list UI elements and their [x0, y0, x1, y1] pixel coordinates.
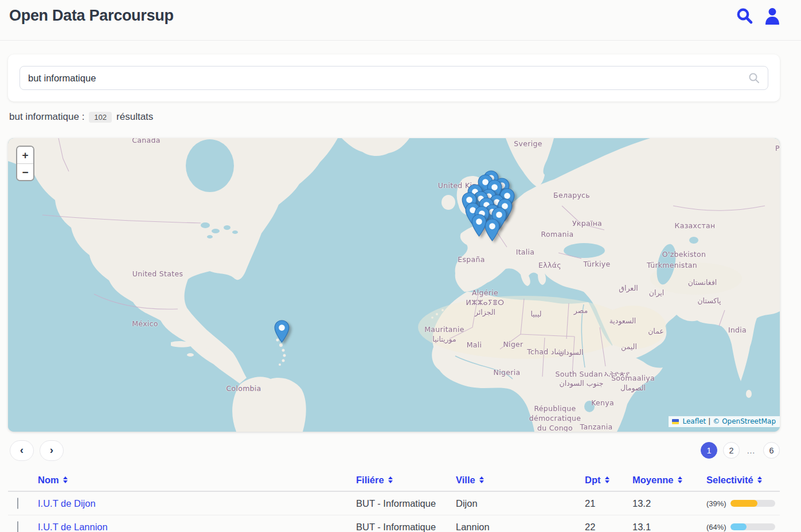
sort-icon [479, 476, 484, 483]
sort-icon [388, 476, 393, 483]
results-query: but informatique : [9, 111, 84, 123]
selectivity-bar [730, 523, 775, 530]
table-header-row: Nom Filiére Ville Dpt Moyenne Selectivit… [8, 469, 780, 492]
cell-filiere: BUT - Informatique [356, 522, 456, 532]
selectivity-bar-fill [730, 500, 758, 507]
map-tiles [8, 138, 780, 432]
page-button-2[interactable]: 2 [723, 442, 740, 459]
sort-icon [757, 476, 762, 483]
page-title: Open Data Parcoursup [9, 7, 174, 25]
page-button-6[interactable]: 6 [763, 442, 780, 459]
cell-moyenne: 13.2 [632, 498, 706, 509]
cell-selectivite: (64%) [706, 523, 780, 531]
leaflet-map[interactable]: CanadaUnited StatesMéxicoColombiaUnited … [8, 138, 780, 432]
cell-selectivite: (39%) [706, 499, 780, 508]
results-summary: but informatique : 102 résultats [9, 111, 153, 123]
prev-page-button[interactable]: ‹ [10, 440, 34, 461]
cell-moyenne: 13.1 [632, 522, 706, 532]
results-suffix: résultats [116, 111, 153, 123]
map-zoom-control: + − [16, 146, 34, 181]
ukraine-flag-icon [672, 419, 679, 424]
table-body: I.U.T de Dijon BUT - Informatique Dijon … [8, 492, 780, 532]
sort-icon [678, 476, 682, 483]
sort-icon [63, 476, 68, 483]
cell-ville: Lannion [456, 522, 585, 532]
map-marker[interactable] [484, 218, 500, 241]
zoom-in-button[interactable]: + [17, 147, 33, 163]
page-ellipsis: … [745, 445, 757, 455]
search-input[interactable] [20, 73, 748, 84]
map-attribution: Leaflet | © OpenStreetMap [669, 416, 780, 427]
column-header-ville[interactable]: Ville [456, 475, 585, 486]
user-icon[interactable] [764, 7, 781, 25]
search-box [19, 66, 768, 90]
zoom-out-button[interactable]: − [17, 163, 33, 180]
pager-arrows: ‹ › [10, 440, 64, 461]
results-count-badge: 102 [89, 112, 112, 123]
row-checkbox[interactable] [17, 521, 18, 532]
cell-dpt: 21 [585, 498, 632, 509]
openstreetmap-link[interactable]: © OpenStreetMap [713, 417, 776, 425]
establishment-link[interactable]: I.U.T de Lannion [38, 522, 108, 532]
column-header-selectivite[interactable]: Selectivité [706, 475, 780, 486]
page-button-1[interactable]: 1 [701, 442, 717, 459]
selectivity-bar-fill [730, 523, 747, 530]
results-table: Nom Filiére Ville Dpt Moyenne Selectivit… [8, 469, 780, 532]
search-card [8, 54, 780, 101]
selectivity-bar [730, 500, 775, 507]
map-marker[interactable] [274, 320, 290, 343]
row-checkbox[interactable] [17, 498, 18, 509]
input-search-icon[interactable] [748, 72, 760, 84]
leaflet-link[interactable]: Leaflet [682, 417, 706, 425]
cell-ville: Dijon [456, 498, 585, 509]
establishment-link[interactable]: I.U.T de Dijon [38, 498, 96, 508]
header-divider [0, 40, 801, 41]
cell-dpt: 22 [585, 522, 632, 532]
sort-icon [605, 476, 609, 483]
table-row: I.U.T de Lannion BUT - Informatique Lann… [8, 515, 780, 532]
column-header-nom[interactable]: Nom [38, 475, 356, 486]
header-icons [736, 7, 781, 25]
table-row: I.U.T de Dijon BUT - Informatique Dijon … [8, 492, 780, 515]
column-header-moyenne[interactable]: Moyenne [632, 475, 706, 486]
cell-filiere: BUT - Informatique [356, 498, 456, 509]
column-header-filiere[interactable]: Filiére [356, 475, 456, 486]
search-icon[interactable] [736, 7, 753, 25]
pager-pages: 1 2 … 6 [701, 442, 780, 459]
attribution-separator: | [708, 417, 710, 425]
open-data-parcoursup-app: Open Data Parcoursup but informatique : … [0, 0, 801, 532]
next-page-button[interactable]: › [40, 440, 64, 461]
column-header-dpt[interactable]: Dpt [585, 475, 632, 486]
